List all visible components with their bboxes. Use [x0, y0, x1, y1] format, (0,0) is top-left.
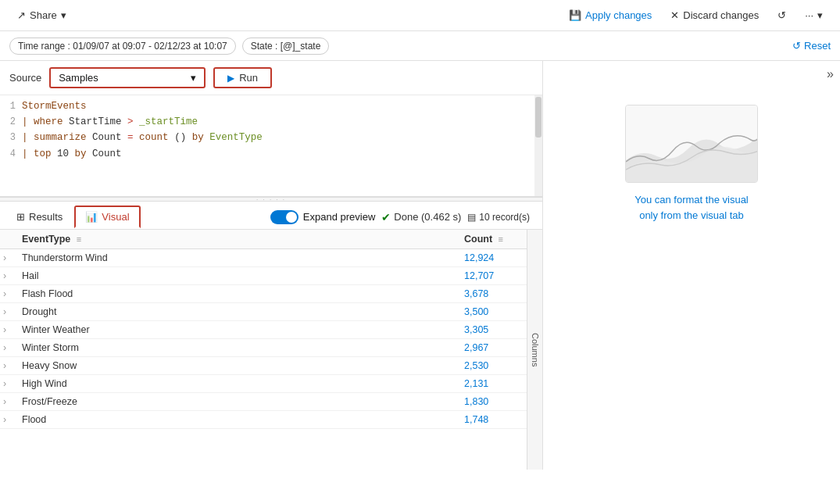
refresh-icon: ↺ — [777, 9, 786, 21]
close-icon: ✕ — [670, 9, 679, 21]
chart-message: You can format the visual only from the … — [634, 192, 749, 223]
reset-icon: ↺ — [792, 40, 801, 52]
row-expand-3[interactable]: › — [0, 303, 14, 321]
share-button[interactable]: ↗ Share ▾ — [9, 6, 74, 24]
table-wrap: EventType ≡ Count ≡ › Thunderstorm Wind … — [0, 230, 542, 470]
table-row: › Flood 1,748 — [0, 411, 527, 429]
table-row: › Frost/Freeze 1,830 — [0, 393, 527, 411]
cell-count-6: 2,530 — [456, 357, 527, 375]
table-header-row: EventType ≡ Count ≡ — [0, 230, 527, 249]
cell-eventtype-1: Hail — [14, 267, 456, 285]
data-table: EventType ≡ Count ≡ › Thunderstorm Wind … — [0, 230, 527, 429]
chevron-down-icon: ▾ — [817, 9, 823, 21]
state-tag[interactable]: State : [@]_state — [242, 38, 330, 55]
table-row: › High Wind 2,131 — [0, 375, 527, 393]
th-eventtype-menu[interactable]: ≡ — [77, 234, 81, 244]
right-panel: » You can format the visual only from th… — [543, 61, 840, 470]
table-row: › Hail 12,707 — [0, 267, 527, 285]
chart-icon: 📊 — [85, 211, 98, 223]
reset-button[interactable]: ↺ Reset — [792, 40, 831, 52]
format-msg-2: only from the visual tab — [639, 209, 744, 221]
cell-count-1: 12,707 — [456, 267, 527, 285]
table-row: › Flash Flood 3,678 — [0, 285, 527, 303]
toolbar-right: 💾 Apply changes ✕ Discard changes ↺ ··· … — [561, 6, 831, 24]
row-expand-0[interactable]: › — [0, 249, 14, 267]
source-label: Source — [9, 72, 41, 84]
th-count: Count ≡ — [456, 230, 527, 249]
cell-eventtype-7: High Wind — [14, 375, 456, 393]
row-expand-9[interactable]: › — [0, 411, 14, 429]
cell-count-0: 12,924 — [456, 249, 527, 267]
table-row: › Drought 3,500 — [0, 303, 527, 321]
th-count-menu[interactable]: ≡ — [499, 234, 503, 244]
discard-changes-label: Discard changes — [683, 9, 759, 21]
source-value: Samples — [59, 72, 98, 84]
cell-count-4: 3,305 — [456, 321, 527, 339]
top-toolbar: ↗ Share ▾ 💾 Apply changes ✕ Discard chan… — [0, 0, 840, 31]
cell-eventtype-4: Winter Weather — [14, 321, 456, 339]
cell-eventtype-3: Drought — [14, 303, 456, 321]
time-range-tag[interactable]: Time range : 01/09/07 at 09:07 - 02/12/2… — [9, 38, 236, 55]
cell-eventtype-9: Flood — [14, 411, 456, 429]
cell-count-3: 3,500 — [456, 303, 527, 321]
share-icon: ↗ — [17, 9, 26, 21]
save-icon: 💾 — [569, 9, 581, 21]
run-label: Run — [239, 72, 258, 84]
records-icon: ▤ — [467, 212, 476, 223]
cell-count-8: 1,830 — [456, 393, 527, 411]
cell-count-2: 3,678 — [456, 285, 527, 303]
filter-bar: Time range : 01/09/07 at 09:07 - 02/12/2… — [0, 31, 840, 61]
row-expand-7[interactable]: › — [0, 375, 14, 393]
cell-eventtype-2: Flash Flood — [14, 285, 456, 303]
records-label: 10 record(s) — [479, 212, 530, 223]
row-expand-2[interactable]: › — [0, 285, 14, 303]
row-expand-8[interactable]: › — [0, 393, 14, 411]
expand-panel-button[interactable]: » — [827, 67, 834, 81]
expand-preview-toggle-wrap: Expand preview — [270, 210, 376, 224]
code-content-4: | top 10 by Count — [22, 146, 122, 162]
expand-preview-label: Expand preview — [303, 211, 376, 223]
results-table[interactable]: EventType ≡ Count ≡ › Thunderstorm Wind … — [0, 230, 527, 470]
row-expand-5[interactable]: › — [0, 339, 14, 357]
records-badge: ▤ 10 record(s) — [467, 212, 530, 223]
apply-changes-button[interactable]: 💾 Apply changes — [561, 6, 659, 24]
cell-eventtype-0: Thunderstorm Wind — [14, 249, 456, 267]
chart-svg — [626, 105, 758, 183]
line-num-3: 3 — [0, 130, 22, 145]
code-content-2: | where StartTime > _startTime — [22, 114, 198, 130]
cell-count-9: 1,748 — [456, 411, 527, 429]
columns-sidebar[interactable]: Columns — [527, 230, 542, 470]
expand-preview-toggle[interactable] — [270, 210, 298, 224]
source-dropdown[interactable]: Samples ▾ — [49, 67, 206, 88]
more-options-button[interactable]: ··· ▾ — [797, 6, 831, 24]
source-row: Source Samples ▾ ▶ Run — [0, 61, 542, 95]
th-expand — [0, 230, 14, 249]
cell-eventtype-5: Winter Storm — [14, 339, 456, 357]
results-tab-label: Results — [29, 211, 63, 223]
code-editor[interactable]: 1 StormEvents 2 | where StartTime > _sta… — [0, 95, 542, 197]
row-expand-1[interactable]: › — [0, 267, 14, 285]
editor-scrollbar[interactable] — [534, 95, 542, 196]
run-button[interactable]: ▶ Run — [213, 67, 272, 88]
run-icon: ▶ — [227, 73, 234, 84]
more-options-label: ··· — [805, 9, 813, 21]
tab-results[interactable]: ⊞ Results — [6, 206, 73, 227]
table-row: › Heavy Snow 2,530 — [0, 357, 527, 375]
result-tabs: ⊞ Results 📊 Visual Expand preview ✔ Done… — [0, 202, 542, 230]
share-label: Share — [30, 9, 57, 21]
row-expand-4[interactable]: › — [0, 321, 14, 339]
code-line-4: 4 | top 10 by Count — [0, 146, 542, 162]
cell-eventtype-6: Heavy Snow — [14, 357, 456, 375]
code-line-3: 3 | summarize Count = count () by EventT… — [0, 130, 542, 145]
filter-tags: Time range : 01/09/07 at 09:07 - 02/12/2… — [9, 38, 329, 55]
discard-changes-button[interactable]: ✕ Discard changes — [663, 6, 767, 24]
chart-preview — [625, 105, 758, 183]
line-num-1: 1 — [0, 99, 22, 114]
refresh-button[interactable]: ↺ — [770, 6, 794, 24]
row-expand-6[interactable]: › — [0, 357, 14, 375]
visual-tab-label: Visual — [102, 211, 129, 223]
share-chevron: ▾ — [61, 9, 66, 21]
code-content-3: | summarize Count = count () by EventTyp… — [22, 130, 263, 145]
tab-visual[interactable]: 📊 Visual — [74, 206, 140, 228]
code-content-1: StormEvents — [22, 98, 87, 114]
